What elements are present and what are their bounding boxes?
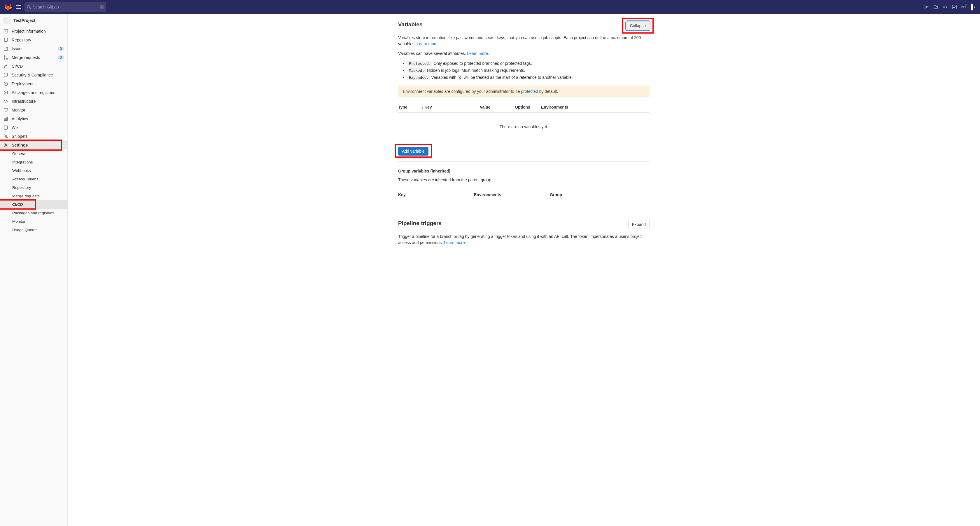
scissors-icon bbox=[3, 134, 8, 139]
sidebar-item-project-information[interactable]: Project information bbox=[0, 27, 67, 36]
learn-more-link[interactable]: Learn more. bbox=[444, 240, 466, 245]
group-variables-header: Key Environments Group bbox=[398, 186, 649, 200]
learn-more-link[interactable]: Learn more. bbox=[467, 51, 489, 56]
issues-icon bbox=[3, 46, 8, 51]
sidebar-item-label: Packages and registries bbox=[12, 90, 55, 95]
sidebar-sub-repository[interactable]: Repository bbox=[0, 183, 67, 192]
collapse-button[interactable]: Collapse bbox=[626, 21, 649, 30]
search-box[interactable]: / bbox=[24, 2, 106, 12]
sidebar-item-security[interactable]: Security & Compliance bbox=[0, 71, 67, 80]
sidebar-item-packages[interactable]: Packages and registries bbox=[0, 88, 67, 97]
gitlab-logo-icon[interactable] bbox=[5, 3, 12, 11]
svg-rect-35 bbox=[5, 126, 8, 129]
repo-icon bbox=[3, 38, 8, 42]
sidebar-item-label: Webhooks bbox=[12, 169, 31, 173]
col-key[interactable]: ↑Key bbox=[422, 105, 480, 110]
sidebar-sub-packages[interactable]: Packages and registries bbox=[0, 209, 67, 217]
svg-point-17 bbox=[6, 30, 6, 31]
svg-line-1 bbox=[29, 8, 30, 9]
gear-icon bbox=[3, 143, 8, 147]
protected-link[interactable]: protected bbox=[521, 89, 538, 94]
sidebar-sub-integrations[interactable]: Integrations bbox=[0, 158, 67, 166]
merge-request-icon bbox=[3, 55, 8, 60]
sidebar-sub-webhooks[interactable]: Webhooks bbox=[0, 166, 67, 175]
pipeline-triggers-title: Pipeline triggers bbox=[398, 220, 628, 226]
sidebar-item-snippets[interactable]: Snippets bbox=[0, 132, 67, 141]
sidebar-sub-general[interactable]: General bbox=[0, 150, 67, 158]
sidebar-sub-cicd[interactable]: CI/CD bbox=[0, 200, 67, 209]
info-icon bbox=[3, 29, 8, 33]
sidebar-sub-access-tokens[interactable]: Access Tokens bbox=[0, 175, 67, 183]
sidebar-sub-merge-requests[interactable]: Merge requests bbox=[0, 192, 67, 200]
rocket-icon bbox=[3, 64, 8, 69]
variables-attributes-description: Variables can have several attributes. L… bbox=[398, 51, 649, 57]
sidebar-item-label: Project information bbox=[12, 29, 46, 33]
search-shortcut-key: / bbox=[100, 5, 104, 9]
col-options[interactable]: Options bbox=[515, 105, 541, 110]
sidebar-item-label: CI/CD bbox=[12, 202, 23, 207]
search-input[interactable] bbox=[33, 5, 100, 10]
gcol-group: Group bbox=[550, 192, 649, 197]
sidebar-item-repository[interactable]: Repository bbox=[0, 36, 67, 45]
merge-requests-icon[interactable]: ▾ bbox=[943, 5, 947, 10]
sidebar-item-label: Infrastructure bbox=[12, 99, 36, 104]
search-icon bbox=[27, 5, 31, 9]
create-menu-icon[interactable]: ▾ bbox=[924, 5, 929, 10]
issues-icon[interactable] bbox=[933, 5, 938, 10]
sidebar-item-label: Packages and registries bbox=[12, 211, 54, 215]
svg-rect-13 bbox=[952, 5, 956, 9]
hamburger-menu-icon[interactable] bbox=[14, 4, 20, 10]
sidebar-item-infrastructure[interactable]: Infrastructure bbox=[0, 97, 67, 106]
sidebar-item-label: Monitor bbox=[12, 219, 25, 223]
deploy-icon bbox=[3, 81, 8, 86]
sidebar: T TestProject Project information Reposi… bbox=[0, 14, 68, 526]
help-icon[interactable]: ? ▾ bbox=[961, 5, 966, 10]
sidebar-item-cicd[interactable]: CI/CD bbox=[0, 62, 67, 71]
sidebar-item-label: Repository bbox=[12, 185, 31, 190]
sidebar-item-label: Issues bbox=[12, 46, 23, 51]
sidebar-item-analytics[interactable]: Analytics bbox=[0, 115, 67, 123]
expand-button[interactable]: Expand bbox=[628, 220, 649, 229]
sidebar-sub-usage-quotas[interactable]: Usage Quotas bbox=[0, 226, 67, 234]
variables-description: Variables store information, like passwo… bbox=[398, 35, 649, 47]
sidebar-item-label: Security & Compliance bbox=[12, 73, 53, 77]
user-avatar[interactable]: ▾ bbox=[970, 5, 975, 10]
sidebar-item-deployments[interactable]: Deployments bbox=[0, 80, 67, 88]
sidebar-item-merge-requests[interactable]: Merge requests 0 bbox=[0, 53, 67, 62]
col-value[interactable]: Value bbox=[480, 105, 515, 110]
gcol-environments: Environments bbox=[474, 192, 550, 197]
learn-more-link[interactable]: Learn more. bbox=[417, 41, 439, 46]
top-navbar: / ▾ ▾ ? ▾ ▾ bbox=[0, 0, 980, 14]
sidebar-item-label: Settings bbox=[12, 143, 28, 147]
sidebar-item-settings[interactable]: Settings bbox=[0, 141, 67, 150]
sidebar-item-label: Merge requests bbox=[12, 55, 40, 60]
sidebar-sub-monitor[interactable]: Monitor bbox=[0, 217, 67, 226]
svg-point-9 bbox=[943, 6, 943, 7]
package-icon bbox=[3, 90, 8, 95]
chart-icon bbox=[3, 116, 8, 121]
attr-protected: Protected: Only exposed to protected bra… bbox=[407, 60, 649, 67]
monitor-icon bbox=[3, 108, 8, 112]
sidebar-item-label: General bbox=[12, 151, 26, 156]
sidebar-item-label: CI/CD bbox=[12, 64, 23, 69]
svg-rect-33 bbox=[6, 118, 6, 121]
attr-masked: Masked: Hidden in job logs. Must match m… bbox=[407, 67, 649, 74]
todos-icon[interactable] bbox=[952, 5, 957, 10]
group-variables-description: These variables are inherited from the p… bbox=[398, 177, 649, 183]
sidebar-item-issues[interactable]: Issues 0 bbox=[0, 45, 67, 53]
sidebar-item-monitor[interactable]: Monitor bbox=[0, 106, 67, 115]
sort-asc-icon: ↑ bbox=[422, 105, 423, 110]
sidebar-item-wiki[interactable]: Wiki bbox=[0, 123, 67, 132]
col-type[interactable]: Type bbox=[398, 105, 422, 110]
issues-count-badge: 0 bbox=[58, 47, 64, 51]
col-environments[interactable]: Environments bbox=[541, 105, 649, 110]
book-icon bbox=[3, 125, 8, 130]
svg-point-24 bbox=[6, 58, 8, 59]
main-content: Variables Collapse Variables store infor… bbox=[68, 14, 980, 526]
sidebar-item-label: Merge requests bbox=[12, 194, 40, 198]
pipeline-triggers-section: Pipeline triggers Expand Trigger a pipel… bbox=[398, 213, 649, 256]
project-header[interactable]: T TestProject bbox=[0, 14, 67, 27]
mr-count-badge: 0 bbox=[58, 56, 64, 59]
add-variable-button[interactable]: Add variable bbox=[398, 147, 428, 156]
svg-point-10 bbox=[943, 8, 943, 8]
